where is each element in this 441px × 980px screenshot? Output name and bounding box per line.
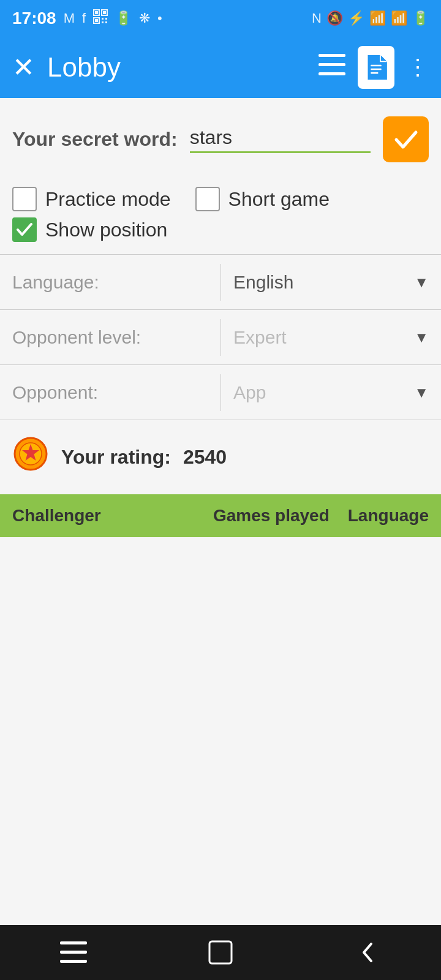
page-title: Lobby	[47, 52, 306, 83]
language-header: Language	[348, 506, 429, 526]
rating-value: 2540	[183, 446, 227, 469]
svg-rect-19	[60, 941, 87, 944]
svg-rect-6	[102, 18, 104, 20]
rating-section: Your rating: 2540	[0, 420, 441, 494]
nfc-icon: N	[312, 10, 322, 26]
more-options-icon[interactable]: ⋮	[407, 55, 429, 80]
svg-rect-13	[371, 65, 381, 67]
short-game-checkbox[interactable]	[195, 187, 220, 211]
document-button[interactable]	[358, 46, 394, 89]
wifi-icon: 📶	[369, 10, 386, 26]
app-bar: ✕ Lobby ⋮	[0, 37, 441, 98]
status-time: 17:08	[12, 9, 56, 28]
nav-menu-button[interactable]	[49, 934, 98, 971]
opponent-row: Opponent: App ▼	[0, 365, 441, 420]
settings-section: Language: English ▼ Opponent level: Expe…	[0, 255, 441, 420]
opponent-level-dropdown-arrow: ▼	[414, 329, 429, 346]
svg-rect-5	[95, 19, 98, 22]
opponent-level-value[interactable]: Expert ▼	[233, 327, 429, 348]
battery-saver-icon: 🔋	[115, 10, 132, 26]
main-content: Your secret word: Practice mode Short ga…	[0, 98, 441, 925]
battery-icon: 🔋	[412, 10, 429, 26]
svg-rect-9	[105, 21, 107, 23]
confirm-button[interactable]	[383, 116, 429, 162]
gmail-icon: M	[64, 10, 75, 26]
practice-mode-label: Practice mode	[45, 188, 171, 211]
bluetooth-icon: ⚡	[348, 10, 364, 26]
show-position-label: Show position	[45, 219, 167, 241]
table-header-right: Games played Language	[213, 506, 429, 526]
row-divider	[221, 264, 221, 301]
opponent-selected: App	[233, 382, 408, 403]
nav-home-button[interactable]	[196, 934, 245, 971]
nav-back-button[interactable]	[343, 934, 392, 971]
rating-label: Your rating:	[61, 446, 171, 469]
table-header: Challenger Games played Language	[0, 494, 441, 537]
qr-icon	[93, 9, 108, 28]
close-button[interactable]: ✕	[12, 54, 35, 81]
opponent-level-selected: Expert	[233, 327, 408, 348]
facebook-icon: f	[82, 10, 86, 26]
secret-word-section: Your secret word:	[0, 98, 441, 175]
secret-word-label: Your secret word:	[12, 128, 178, 151]
practice-mode-row: Practice mode	[12, 187, 171, 211]
svg-rect-14	[371, 69, 381, 70]
secret-word-input[interactable]	[190, 126, 371, 149]
svg-rect-20	[60, 951, 87, 954]
signal-icon: 📶	[391, 10, 407, 26]
opponent-level-label: Opponent level:	[12, 327, 221, 348]
status-bar-left: 17:08 M f 🔋 ❋ •	[12, 9, 162, 28]
secret-word-input-wrapper	[190, 126, 371, 153]
svg-rect-21	[60, 960, 87, 963]
mute-icon: 🔕	[326, 10, 343, 26]
svg-rect-22	[209, 941, 232, 963]
svg-rect-11	[318, 63, 345, 66]
practice-mode-checkbox[interactable]	[12, 187, 37, 211]
show-position-checkbox[interactable]	[12, 217, 37, 242]
rating-icon	[12, 435, 49, 479]
opponent-level-row: Opponent level: Expert ▼	[0, 310, 441, 365]
games-played-header: Games played	[213, 506, 330, 526]
svg-rect-10	[318, 54, 345, 57]
svg-rect-15	[371, 72, 378, 74]
svg-rect-7	[105, 18, 107, 20]
row-divider	[221, 319, 221, 356]
bottom-nav	[0, 925, 441, 980]
language-value[interactable]: English ▼	[233, 272, 429, 293]
svg-rect-8	[102, 21, 104, 23]
menu-icon[interactable]	[318, 54, 345, 81]
svg-rect-3	[103, 11, 106, 14]
dot-icon: •	[157, 10, 162, 26]
language-dropdown-arrow: ▼	[414, 274, 429, 291]
status-bar-right: N 🔕 ⚡ 📶 📶 🔋	[312, 10, 429, 26]
row-divider	[221, 374, 221, 411]
opponent-value[interactable]: App ▼	[233, 382, 429, 403]
flower-icon: ❋	[139, 10, 150, 26]
short-game-row: Short game	[195, 187, 330, 211]
app-bar-icons: ⋮	[318, 46, 429, 89]
challenger-header: Challenger	[12, 506, 213, 526]
language-selected: English	[233, 272, 408, 293]
checkboxes-section: Practice mode Short game Show position	[0, 175, 441, 254]
opponent-dropdown-arrow: ▼	[414, 384, 429, 401]
svg-rect-12	[318, 72, 345, 75]
short-game-label: Short game	[228, 188, 330, 211]
table-body	[0, 537, 441, 905]
status-bar: 17:08 M f 🔋 ❋ • N 🔕 ⚡ 📶 📶 🔋	[0, 0, 441, 37]
svg-rect-1	[95, 11, 98, 14]
language-row: Language: English ▼	[0, 255, 441, 310]
opponent-label: Opponent:	[12, 382, 221, 403]
language-label: Language:	[12, 272, 221, 293]
show-position-row: Show position	[12, 217, 429, 242]
